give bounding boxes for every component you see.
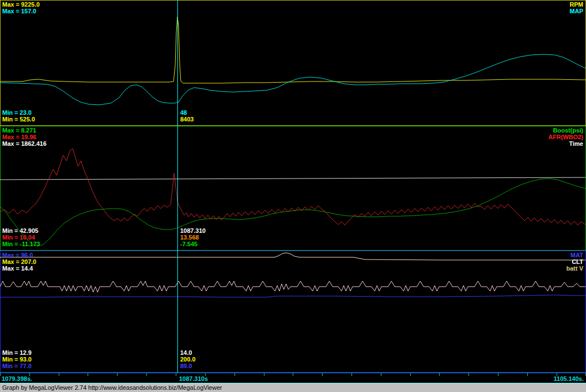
- timeline-tick: [322, 373, 323, 376]
- max-label: Max = 14.4: [2, 266, 33, 272]
- series-label: MAT: [570, 252, 583, 258]
- min-label: Min = 42.905: [2, 228, 38, 234]
- timeline-tick: [468, 373, 469, 376]
- timeline-end-label: 1105.140s.: [554, 376, 584, 382]
- timeline-tick: [557, 373, 557, 376]
- timeline-tick: [235, 373, 235, 376]
- min-label: Min = 77.0: [2, 363, 32, 369]
- min-label: Min = -11.173: [2, 241, 40, 247]
- series-label: batt V: [566, 266, 583, 272]
- min-label: Min = 12.9: [2, 350, 32, 356]
- timeline-tick: [527, 373, 528, 376]
- timeline-tick: [59, 373, 59, 376]
- series-label: Boost(psi): [553, 128, 583, 134]
- cursor-value: 89.0: [180, 363, 192, 369]
- max-label: Max = 8.271: [2, 128, 36, 134]
- megalogviewer-graph: 1079.398s. 1087.310s 1105.140s. Graph by…: [0, 0, 586, 392]
- panel-boost-afr-time[interactable]: [0, 126, 586, 251]
- cursor-value: -7.545: [180, 241, 197, 247]
- timeline-tick: [29, 373, 30, 376]
- timeline-tick: [351, 373, 352, 376]
- timeline-start-label: 1079.398s.: [2, 376, 32, 382]
- timeline-cursor-label: 1087.310s: [179, 376, 208, 382]
- timeline-tick: [439, 373, 440, 376]
- min-label: Min = 93.0: [2, 357, 32, 363]
- cursor-value: 200.0: [180, 357, 196, 363]
- status-bar: Graph by MegaLogViewer 2.74 http://www.i…: [0, 383, 586, 392]
- min-label: Min = 10.04: [2, 235, 35, 241]
- timeline-tick: [264, 373, 264, 376]
- timeline-tick: [205, 373, 206, 376]
- panel-rpm-map[interactable]: [0, 0, 586, 126]
- max-label: Max = 1862.416: [2, 141, 47, 147]
- cursor-value: 13.568: [180, 235, 199, 241]
- timeline-tick: [176, 373, 176, 376]
- series-label: RPM: [570, 2, 583, 8]
- status-text: Graph by MegaLogViewer 2.74 http://www.i…: [2, 384, 222, 391]
- timeline-tick: [0, 373, 1, 376]
- timeline-tick: [88, 373, 88, 376]
- cursor-value: 14.0: [180, 350, 192, 356]
- cursor-value: 48: [180, 110, 187, 116]
- max-label: Max = 96.0: [2, 252, 33, 258]
- panel-mat-clt-battv[interactable]: [0, 251, 586, 373]
- timeline[interactable]: 1079.398s. 1087.310s 1105.140s.: [0, 373, 586, 383]
- series-label: MAP: [570, 8, 583, 14]
- min-label: Min = 23.0: [2, 110, 32, 116]
- series-label: Time: [569, 141, 583, 147]
- cursor-line: [177, 0, 178, 373]
- timeline-tick: [117, 373, 118, 376]
- timeline-tick: [410, 373, 411, 376]
- timeline-tick: [498, 373, 498, 376]
- timeline-tick: [146, 373, 147, 376]
- max-label: Max = 207.0: [2, 259, 36, 265]
- timeline-tick: [293, 373, 293, 376]
- cursor-value: 1087.310: [180, 228, 206, 234]
- max-label: Max = 19.96: [2, 134, 36, 140]
- cursor-value: 8403: [180, 116, 193, 123]
- series-label: AFR(WBO2): [548, 134, 583, 140]
- max-label: Max = 157.0: [2, 8, 36, 14]
- min-label: Min = 525.0: [2, 116, 35, 123]
- timeline-tick: [381, 373, 381, 376]
- series-label: CLT: [572, 259, 583, 265]
- max-label: Max = 9225.0: [2, 2, 40, 8]
